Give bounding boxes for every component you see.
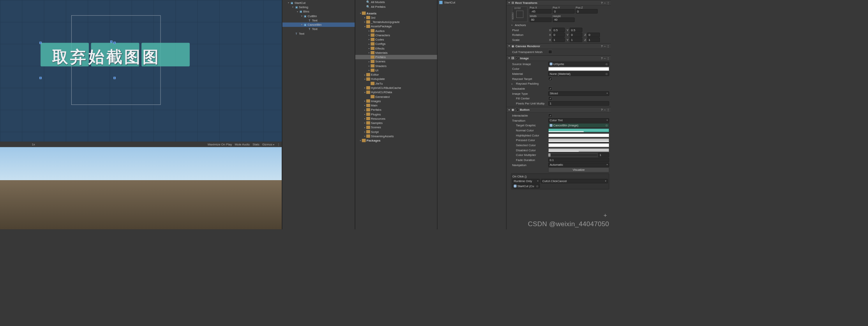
rot-z-input[interactable]: [587, 33, 600, 37]
transition-dropdown[interactable]: Color Tint: [548, 118, 609, 122]
help-icon[interactable]: ?: [601, 57, 602, 60]
project-folder[interactable]: ▾Assets: [355, 11, 437, 15]
hierarchy-item[interactable]: ▾▣CutBtn: [282, 14, 355, 18]
project-folder[interactable]: ▸Packages: [355, 138, 437, 143]
posy-input[interactable]: [553, 9, 575, 13]
project-folder[interactable]: ▸Plugins: [355, 112, 437, 116]
event-object-field[interactable]: StartCut (Cu⊙: [512, 184, 540, 188]
highlighted-color-field[interactable]: [548, 133, 609, 137]
project-folder[interactable]: Prefabs: [355, 55, 437, 59]
pivot-y-input[interactable]: [570, 28, 582, 32]
hierarchy-item[interactable]: TText: [282, 31, 355, 35]
project-folder[interactable]: ▸3rd: [355, 15, 437, 19]
hierarchy-item[interactable]: TText: [282, 27, 355, 31]
project-folder[interactable]: ▾Hotupdate: [355, 77, 437, 81]
project-folder[interactable]: ▸HybridCLRBuildCache: [355, 86, 437, 90]
project-filter[interactable]: 🔍All Prefabs: [355, 4, 437, 9]
posx-input[interactable]: [530, 9, 552, 13]
project-folder[interactable]: ▸Main: [355, 103, 437, 108]
project-folder[interactable]: ▸_TerrainAutoUpgrade: [355, 20, 437, 24]
fill-center-checkbox[interactable]: ✓: [548, 97, 552, 101]
ppu-input[interactable]: [548, 101, 609, 106]
runtime-dropdown[interactable]: Runtime Only: [512, 179, 540, 183]
project-folder[interactable]: ▸StreamingAssets: [355, 134, 437, 138]
resize-handle[interactable]: [110, 41, 113, 43]
source-image-field[interactable]: UISprite⊙: [548, 62, 609, 66]
hierarchy-item[interactable]: ▾▣CancelBtn: [282, 23, 355, 27]
project-filter[interactable]: 🔍All Models: [355, 0, 437, 4]
project-folder[interactable]: ▸Scenes: [355, 59, 437, 64]
posz-input[interactable]: [576, 9, 598, 13]
disabled-color-field[interactable]: [548, 148, 609, 152]
button-component-header[interactable]: ▼◉✓ Button ?⎓⋮: [506, 107, 610, 112]
color-multiplier-slider[interactable]: [548, 154, 597, 156]
image-color-field[interactable]: [548, 67, 609, 71]
preset-icon[interactable]: ⎓: [604, 44, 606, 48]
project-folder[interactable]: ▸Codes: [355, 37, 437, 42]
add-component-button[interactable]: +: [603, 212, 607, 219]
mute-toggle[interactable]: Mute Audio: [235, 143, 250, 146]
project-folder[interactable]: ▸UI: [355, 68, 437, 73]
project-folder[interactable]: ▸Scenes: [355, 125, 437, 129]
maximize-toggle[interactable]: Maximize On Play: [208, 143, 232, 146]
preset-icon[interactable]: ⎓: [604, 108, 606, 112]
project-folder[interactable]: ▸Script: [355, 129, 437, 134]
resize-handle[interactable]: [39, 77, 42, 79]
raycast-target-checkbox[interactable]: ✓: [548, 77, 552, 81]
breadcrumb[interactable]: StartCut: [438, 0, 506, 5]
project-folder[interactable]: ▸Effects: [355, 46, 437, 50]
project-folder[interactable]: ▸Perfabs: [355, 108, 437, 112]
project-folder[interactable]: ▸Samples: [355, 121, 437, 125]
height-input[interactable]: [553, 18, 575, 22]
project-folder[interactable]: ▾AssetsPackage: [355, 24, 437, 28]
cull-checkbox[interactable]: [548, 50, 552, 54]
overflow-icon[interactable]: ⋮: [277, 143, 280, 146]
gizmos-dropdown[interactable]: Gizmos: [262, 143, 275, 146]
scale-y-input[interactable]: [570, 37, 582, 42]
menu-icon[interactable]: ⋮: [607, 44, 610, 48]
stats-toggle[interactable]: Stats: [252, 143, 259, 146]
anchors-foldout[interactable]: ▸: [511, 24, 514, 27]
target-graphic-field[interactable]: CancelBtn (Image)⊙: [548, 123, 609, 128]
image-enable-checkbox[interactable]: ✓: [516, 57, 519, 60]
hierarchy-item[interactable]: ▾▣Btns: [282, 9, 355, 14]
project-folder[interactable]: ▸Characters: [355, 33, 437, 37]
resize-handle[interactable]: [113, 77, 116, 79]
menu-icon[interactable]: ⋮: [607, 57, 610, 60]
scale-x-input[interactable]: [552, 37, 565, 42]
raycast-padding-foldout[interactable]: ▸: [511, 82, 514, 85]
project-folder[interactable]: ▸Materials: [355, 50, 437, 55]
rot-x-input[interactable]: [552, 33, 565, 37]
anchor-preset-button[interactable]: center middle: [512, 7, 528, 22]
pressed-color-field[interactable]: [548, 138, 609, 142]
project-folder[interactable]: ▾HybridCLRData: [355, 90, 437, 94]
image-component-header[interactable]: ▼🖼✓ Image ?⎓⋮: [506, 55, 610, 61]
visualize-button[interactable]: Visualize: [548, 167, 609, 172]
project-folder[interactable]: ▸Audios: [355, 28, 437, 33]
button-enable-checkbox[interactable]: ✓: [515, 108, 519, 111]
anchor-preset-icon[interactable]: ⊞: [512, 1, 514, 4]
normal-color-field[interactable]: [548, 128, 609, 132]
canvas-renderer-header[interactable]: ▼◉ Canvas Renderer ?⎓⋮: [506, 43, 610, 49]
function-dropdown[interactable]: CutUI.ClickCancel: [541, 179, 608, 183]
hierarchy-item[interactable]: ▾▣StartCut: [282, 0, 355, 5]
resize-handle[interactable]: [113, 42, 116, 44]
project-folder[interactable]: ▸Resources: [355, 116, 437, 120]
interactable-checkbox[interactable]: ✓: [548, 113, 552, 117]
width-input[interactable]: [530, 18, 552, 22]
project-folder[interactable]: ▸Configs: [355, 42, 437, 46]
maskable-checkbox[interactable]: ✓: [548, 87, 552, 90]
rot-y-input[interactable]: [570, 33, 582, 37]
hierarchy-item[interactable]: TText: [282, 18, 355, 22]
navigation-dropdown[interactable]: Automatic: [548, 163, 609, 167]
menu-icon[interactable]: ⋮: [607, 108, 610, 112]
project-folder[interactable]: ▸Editor: [355, 73, 437, 77]
preset-icon[interactable]: ⎓: [604, 1, 606, 4]
preset-icon[interactable]: ⎓: [604, 57, 606, 60]
pivot-x-input[interactable]: [552, 28, 565, 32]
resize-handle[interactable]: [39, 42, 42, 44]
project-folder[interactable]: ▸Images: [355, 99, 437, 103]
help-icon[interactable]: ?: [601, 44, 602, 48]
image-type-dropdown[interactable]: Sliced: [548, 91, 609, 96]
fade-duration-input[interactable]: [548, 158, 609, 162]
